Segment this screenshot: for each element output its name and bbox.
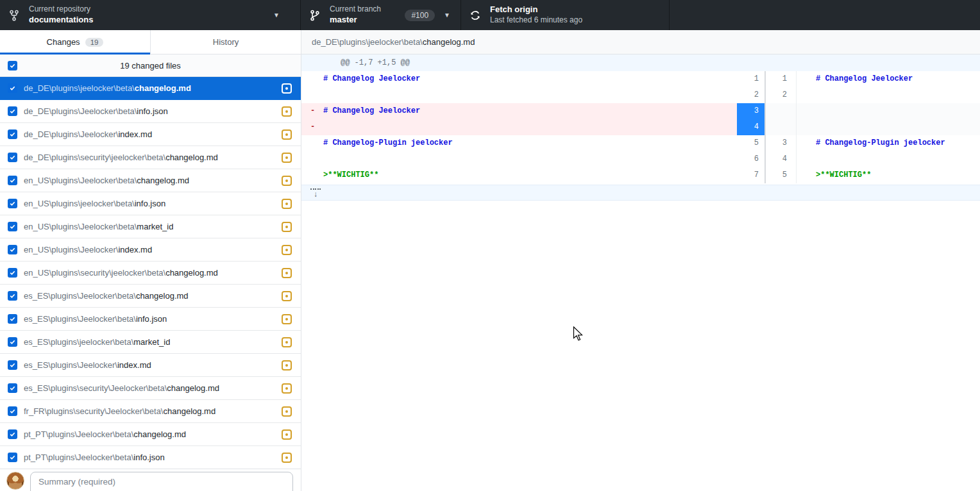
file-row[interactable]: es_ES\plugins\security\Jeelocker\beta\ch… — [0, 377, 301, 400]
modified-icon — [282, 314, 292, 324]
file-path: en_US\plugins\security\jeelocker\beta\ch… — [24, 268, 218, 278]
modified-dot — [285, 156, 288, 159]
sidebar-tabs: Changes 19 History — [0, 30, 301, 54]
file-name: info.json — [136, 314, 167, 324]
commit-summary-input[interactable] — [30, 472, 293, 491]
file-checkbox[interactable] — [8, 106, 17, 116]
file-row[interactable]: es_ES\plugins\Jeelocker\beta\info.json — [0, 308, 301, 331]
modified-dot — [285, 87, 288, 90]
file-name: changelog.md — [167, 383, 219, 393]
file-checkbox[interactable] — [8, 222, 17, 231]
file-row[interactable]: es_ES\plugins\Jeelocker\index.md — [0, 354, 301, 377]
file-checkbox[interactable] — [8, 129, 17, 139]
diff-new-line-number[interactable]: 5 — [766, 167, 797, 183]
diff-new-line-number[interactable] — [766, 119, 797, 135]
diff-new-line-number[interactable]: 4 — [766, 151, 797, 167]
file-checkbox[interactable] — [8, 314, 17, 324]
diff-row: -# Changelog Jeelocker3 — [301, 103, 980, 119]
current-branch-selector[interactable]: Current branch master #100 ▼ — [301, 0, 461, 30]
file-row[interactable]: es_ES\plugins\jeelocker\beta\market_id — [0, 331, 301, 354]
arrow-down-icon: ↓ — [314, 190, 317, 198]
modified-icon — [282, 106, 292, 117]
diff-old-content: - — [301, 119, 737, 135]
file-dir: de_DE\plugins\Jeelocker\beta\ — [24, 106, 137, 116]
diff-new-line-number[interactable]: 3 — [766, 135, 797, 151]
file-path: es_ES\plugins\security\Jeelocker\beta\ch… — [24, 383, 219, 393]
diff-line-marker — [310, 151, 323, 167]
file-name: changelog.md — [165, 268, 218, 278]
file-checkbox[interactable] — [8, 83, 17, 93]
diff-old-text: # Changelog Jeelocker — [323, 103, 420, 119]
diff-new-line-number[interactable]: 1 — [766, 71, 797, 87]
file-row[interactable]: en_US\plugins\Jeelocker\beta\market_id — [0, 215, 301, 238]
modified-icon — [282, 268, 292, 278]
file-name: changelog.md — [135, 83, 191, 93]
diff-pane: de_DE\plugins\jeelocker\beta\changelog.m… — [301, 30, 980, 491]
file-dir: en_US\plugins\Jeelocker\beta\ — [24, 176, 137, 185]
diff-old-content — [301, 87, 737, 103]
file-row[interactable]: en_US\plugins\Jeelocker\index.md — [0, 238, 301, 262]
file-dir: es_ES\plugins\Jeelocker\beta\ — [24, 291, 136, 301]
diff-old-content — [301, 151, 737, 167]
file-dir: fr_FR\plugins\security\Jeelocker\beta\ — [24, 406, 163, 416]
file-row[interactable]: de_DE\plugins\Jeelocker\index.md — [0, 123, 301, 146]
file-path: de_DE\plugins\security\jeelocker\beta\ch… — [24, 153, 218, 162]
file-checkbox[interactable] — [8, 429, 17, 439]
diff-old-line-number[interactable]: 2 — [737, 87, 766, 103]
file-row[interactable]: de_DE\plugins\security\jeelocker\beta\ch… — [0, 146, 301, 169]
file-row[interactable]: pt_PT\plugins\Jeelocker\beta\changelog.m… — [0, 423, 301, 446]
file-checkbox[interactable] — [8, 383, 17, 393]
file-row[interactable]: en_US\plugins\Jeelocker\beta\changelog.m… — [0, 169, 301, 192]
tab-changes-label: Changes — [47, 37, 80, 47]
file-row[interactable]: en_US\plugins\security\jeelocker\beta\ch… — [0, 262, 301, 285]
modified-icon — [282, 429, 292, 440]
file-checkbox[interactable] — [8, 245, 17, 254]
file-checkbox[interactable] — [8, 176, 17, 185]
file-checkbox[interactable] — [8, 453, 17, 462]
fetch-origin-button[interactable]: Fetch origin Last fetched 6 minutes ago — [461, 0, 670, 30]
file-checkbox[interactable] — [8, 337, 17, 347]
file-row[interactable]: de_DE\plugins\Jeelocker\beta\info.json — [0, 100, 301, 123]
diff-old-line-number[interactable]: 7 — [737, 167, 766, 183]
diff-old-line-number[interactable]: 3 — [737, 103, 766, 119]
file-checkbox[interactable] — [8, 268, 17, 278]
diff-old-line-number[interactable]: 1 — [737, 71, 766, 87]
tab-history[interactable]: History — [150, 30, 301, 54]
modified-icon — [282, 337, 292, 347]
select-all-checkbox[interactable] — [8, 61, 17, 71]
tab-history-label: History — [213, 37, 239, 47]
file-row[interactable]: pt_PT\plugins\Jeelocker\beta\info.json — [0, 446, 301, 469]
diff-old-content: -# Changelog Jeelocker — [301, 103, 737, 119]
diff-old-text: # Changelog Jeelocker — [323, 71, 420, 87]
file-row[interactable]: es_ES\plugins\Jeelocker\beta\changelog.m… — [0, 285, 301, 308]
diff-old-line-number[interactable]: 5 — [737, 135, 766, 151]
file-dir: en_US\plugins\Jeelocker\beta\ — [24, 222, 137, 231]
file-checkbox[interactable] — [8, 291, 17, 301]
diff-new-line-number[interactable] — [766, 103, 797, 119]
file-path: de_DE\plugins\jeelocker\beta\changelog.m… — [24, 83, 191, 93]
modified-dot — [285, 433, 288, 436]
diff-new-content — [797, 103, 980, 119]
repo-label: Current repository — [29, 4, 93, 15]
modified-dot — [285, 410, 288, 413]
file-dir: pt_PT\plugins\Jeelocker\beta\ — [24, 453, 133, 462]
file-row[interactable]: en_US\plugins\jeelocker\beta\info.json — [0, 192, 301, 215]
diff-new-line-number[interactable]: 2 — [766, 87, 797, 103]
file-row[interactable]: fr_FR\plugins\security\Jeelocker\beta\ch… — [0, 400, 301, 423]
expand-diff-handle[interactable]: ↓ — [310, 187, 321, 200]
file-checkbox[interactable] — [8, 199, 17, 208]
tab-changes[interactable]: Changes 19 — [0, 30, 150, 54]
file-checkbox[interactable] — [8, 360, 17, 370]
diff-old-line-number[interactable]: 6 — [737, 151, 766, 167]
modified-dot — [285, 341, 288, 344]
modified-icon — [282, 360, 292, 370]
file-checkbox[interactable] — [8, 406, 17, 416]
diff-old-line-number[interactable]: 4 — [737, 119, 766, 135]
file-name: index.md — [118, 245, 152, 254]
file-checkbox[interactable] — [8, 153, 17, 162]
current-repository-selector[interactable]: Current repository documentations ▼ — [0, 0, 301, 30]
file-row[interactable]: de_DE\plugins\jeelocker\beta\changelog.m… — [0, 77, 301, 100]
file-name: market_id — [133, 337, 170, 347]
diff-line-marker: - — [310, 103, 323, 119]
diff-new-content: # Changelog-Plugin jeelocker — [797, 135, 980, 151]
